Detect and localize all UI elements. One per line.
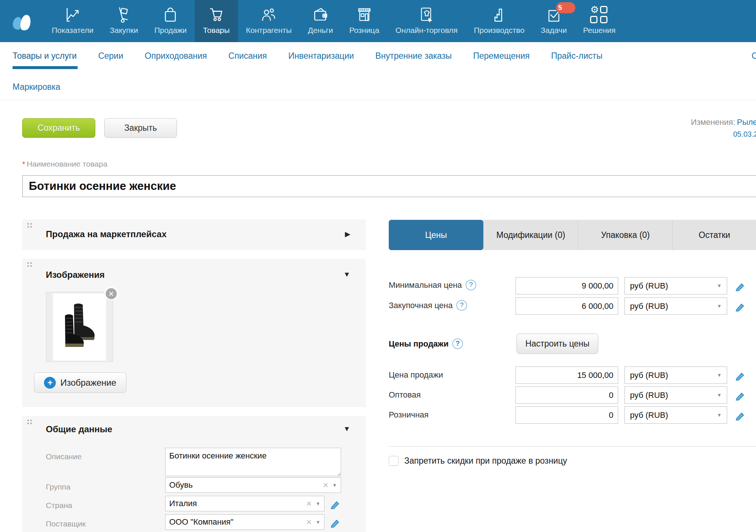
product-name-input[interactable] xyxy=(22,175,756,197)
tab-movements[interactable]: Перемещения xyxy=(473,51,529,61)
clear-icon[interactable]: ✕ xyxy=(323,481,328,490)
retail-price-input[interactable] xyxy=(515,406,618,424)
min-price-input[interactable] xyxy=(515,277,618,294)
detail-tabs: Цены Модификации (0) Упаковка (0) Остатк… xyxy=(389,220,756,250)
help-icon[interactable]: ? xyxy=(452,338,463,349)
description-textarea[interactable]: Ботинки осенние женские xyxy=(165,448,341,476)
product-edit-page: Показатели Закупки Продажи xyxy=(0,0,756,532)
nav-item-counterparties[interactable]: Контрагенты xyxy=(238,0,300,42)
plus-icon: + xyxy=(44,377,56,389)
online-trade-icon xyxy=(417,5,436,24)
clear-icon[interactable]: ✕ xyxy=(306,499,312,508)
drag-handle-icon[interactable] xyxy=(27,223,32,228)
moysklad-logo[interactable] xyxy=(10,11,35,32)
country-select[interactable]: Италия ✕ ▼ xyxy=(165,496,324,511)
chevron-down-icon[interactable]: ▼ xyxy=(332,482,337,488)
tab-internal-orders[interactable]: Внутренние заказы xyxy=(375,51,452,61)
nav-item-sales[interactable]: Продажи xyxy=(146,0,195,42)
remove-image-button[interactable]: ✕ xyxy=(105,287,118,300)
no-discount-label: Запретить скидки при продаже в розницу xyxy=(404,456,567,466)
supplier-select[interactable]: ООО "Компания" ✕ ▼ xyxy=(165,514,324,530)
tab-incomings[interactable]: Оприходования xyxy=(145,51,207,61)
people-icon xyxy=(259,5,278,24)
nav-item-money[interactable]: Деньги xyxy=(300,0,341,42)
wholesale-price-input[interactable] xyxy=(515,386,618,404)
edit-pencil-icon[interactable] xyxy=(330,516,341,528)
nav-item-retail[interactable]: Розница xyxy=(341,0,387,42)
chevron-down-icon[interactable]: ▼ xyxy=(343,270,350,279)
close-button[interactable]: Закрыть xyxy=(104,118,177,138)
group-select[interactable]: Обувь ✕ ▼ xyxy=(165,477,341,493)
tab-clipped-right-edge[interactable]: С xyxy=(752,51,756,61)
cart-icon xyxy=(207,5,226,24)
country-value: Италия xyxy=(169,499,302,508)
add-image-button[interactable]: + Изображение xyxy=(34,372,126,393)
tab-series[interactable]: Серии xyxy=(98,51,123,61)
tab-packaging[interactable]: Упаковка (0) xyxy=(578,220,672,250)
nav-item-label: Онлайн-торговля xyxy=(395,26,457,35)
tab-writeoffs[interactable]: Списания xyxy=(228,51,267,61)
sale-price-input[interactable] xyxy=(515,366,618,384)
nav-item-production[interactable]: Производство xyxy=(466,0,532,42)
nav-item-label: Закупки xyxy=(110,26,138,35)
nav-item-label: Задачи xyxy=(541,26,567,35)
chevron-down-icon: ▼ xyxy=(717,303,722,309)
changes-user-link[interactable]: Рылее xyxy=(737,117,756,127)
chevron-down-icon: ▼ xyxy=(717,412,722,418)
nav-item-label: Деньги xyxy=(308,26,333,35)
sale-price-row-label: Цена продажи xyxy=(389,370,443,380)
chevron-down-icon[interactable]: ▼ xyxy=(316,519,320,525)
tab-goods-and-services[interactable]: Товары и услуги xyxy=(13,51,77,61)
sale-price-currency-select[interactable]: руб (RUB) ▼ xyxy=(624,366,727,384)
tab-marking[interactable]: Маркировка xyxy=(13,82,60,92)
tab-prices[interactable]: Цены xyxy=(389,220,483,250)
edit-pencil-icon[interactable] xyxy=(735,280,746,291)
drag-handle-icon[interactable] xyxy=(27,262,32,267)
nav-item-solutions[interactable]: ⚙ Решения xyxy=(575,0,624,42)
changes-date: 05.03.20 xyxy=(644,129,756,140)
nav-item-goods[interactable]: Товары xyxy=(195,0,238,42)
nav-item-label: Товары xyxy=(203,26,229,35)
section-tabs-row2: Маркировка xyxy=(13,82,60,92)
configure-prices-button[interactable]: Настроить цены xyxy=(517,334,598,354)
edit-pencil-icon[interactable] xyxy=(330,498,341,509)
edit-pencil-icon[interactable] xyxy=(735,369,746,381)
supplier-value: ООО "Компания" xyxy=(169,517,302,527)
tab-modifications[interactable]: Модификации (0) xyxy=(483,220,578,250)
section-divider xyxy=(389,446,756,447)
main-menu: Показатели Закупки Продажи xyxy=(44,0,624,42)
min-price-currency-select[interactable]: руб (RUB) ▼ xyxy=(624,277,727,294)
edit-pencil-icon[interactable] xyxy=(735,300,746,311)
chevron-down-icon[interactable]: ▼ xyxy=(343,425,350,433)
nav-item-label: Решения xyxy=(583,26,616,35)
tab-price-lists[interactable]: Прайс-листы xyxy=(551,51,602,61)
chevron-down-icon[interactable]: ▼ xyxy=(316,501,320,507)
edit-pencil-icon[interactable] xyxy=(735,389,746,400)
nav-item-purchases[interactable]: Закупки xyxy=(102,0,146,42)
tab-stock[interactable]: Остатки xyxy=(672,220,756,250)
nav-item-online-trade[interactable]: Онлайн-торговля xyxy=(387,0,466,42)
logo-left-petal xyxy=(13,17,21,30)
clear-icon[interactable]: ✕ xyxy=(306,518,312,526)
wholesale-price-currency-select[interactable]: руб (RUB) ▼ xyxy=(624,386,727,404)
edit-pencil-icon[interactable] xyxy=(735,409,746,420)
help-icon[interactable]: ? xyxy=(466,280,476,290)
retail-price-currency-select[interactable]: руб (RUB) ▼ xyxy=(624,406,727,424)
no-discount-checkbox[interactable] xyxy=(389,456,399,466)
chevron-right-icon[interactable]: ▶ xyxy=(345,230,350,238)
purchase-price-currency-select[interactable]: руб (RUB) ▼ xyxy=(624,297,727,315)
sale-prices-title: Цены продажи ? xyxy=(389,338,463,349)
drag-handle-icon[interactable] xyxy=(27,420,32,424)
tab-inventories[interactable]: Инвентаризации xyxy=(288,51,354,61)
tasks-badge: 5 xyxy=(556,2,575,13)
purchase-price-input[interactable] xyxy=(515,297,618,315)
help-icon[interactable]: ? xyxy=(456,300,467,311)
required-asterisk: * xyxy=(22,160,25,168)
nav-item-tasks[interactable]: 5 Задачи xyxy=(532,0,575,42)
changes-info: Изменения: Рылее 05.03.20 xyxy=(644,117,756,140)
product-image-thumbnail[interactable]: ✕ xyxy=(46,292,113,362)
save-button[interactable]: Сохранить xyxy=(22,118,95,138)
panel-title: Продажа на маркетплейсах xyxy=(46,229,167,239)
nav-item-indicators[interactable]: Показатели xyxy=(44,0,102,42)
nav-item-label: Производство xyxy=(474,26,524,35)
